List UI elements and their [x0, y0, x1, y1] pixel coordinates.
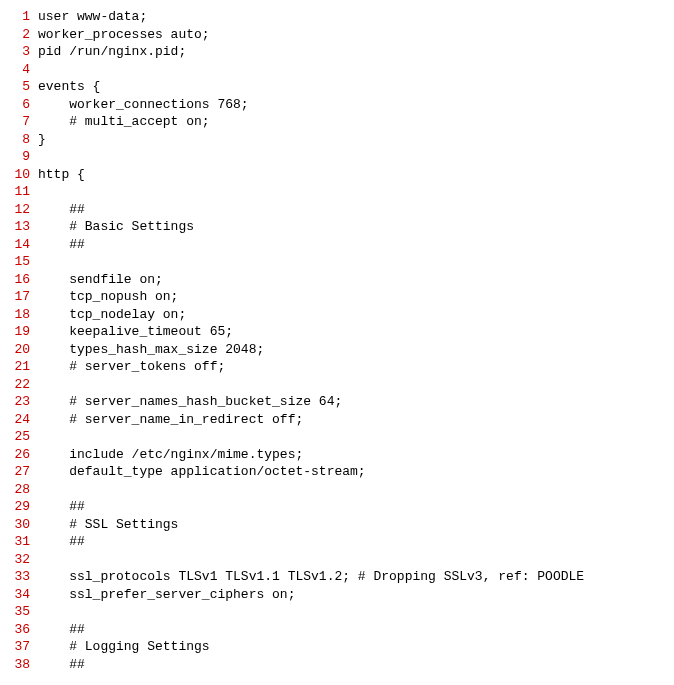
- code-line: 3pid /run/nginx.pid;: [8, 43, 666, 61]
- code-line: 13 # Basic Settings: [8, 218, 666, 236]
- code-line: 17 tcp_nopush on;: [8, 288, 666, 306]
- code-line: 31 ##: [8, 533, 666, 551]
- code-line: 26 include /etc/nginx/mime.types;: [8, 446, 666, 464]
- line-number: 26: [8, 446, 38, 464]
- code-text: }: [38, 131, 666, 149]
- line-number: 33: [8, 568, 38, 586]
- code-line: 30 # SSL Settings: [8, 516, 666, 534]
- code-line: 7 # multi_accept on;: [8, 113, 666, 131]
- code-line: 24 # server_name_in_redirect off;: [8, 411, 666, 429]
- line-number: 5: [8, 78, 38, 96]
- code-text: [38, 376, 666, 394]
- code-text: worker_connections 768;: [38, 96, 666, 114]
- line-number: 34: [8, 586, 38, 604]
- code-text: # server_names_hash_bucket_size 64;: [38, 393, 666, 411]
- code-text: keepalive_timeout 65;: [38, 323, 666, 341]
- line-number: 37: [8, 638, 38, 656]
- code-line: 6 worker_connections 768;: [8, 96, 666, 114]
- code-line: 18 tcp_nodelay on;: [8, 306, 666, 324]
- code-line: 5events {: [8, 78, 666, 96]
- code-text: http {: [38, 166, 666, 184]
- code-line: 34 ssl_prefer_server_ciphers on;: [8, 586, 666, 604]
- line-number: 16: [8, 271, 38, 289]
- code-text: ##: [38, 533, 666, 551]
- code-line: 33 ssl_protocols TLSv1 TLSv1.1 TLSv1.2; …: [8, 568, 666, 586]
- code-text: [38, 253, 666, 271]
- line-number: 28: [8, 481, 38, 499]
- line-number: 9: [8, 148, 38, 166]
- code-text: [38, 428, 666, 446]
- line-number: 32: [8, 551, 38, 569]
- code-line: 22: [8, 376, 666, 394]
- code-text: # Logging Settings: [38, 638, 666, 656]
- line-number: 13: [8, 218, 38, 236]
- line-number: 29: [8, 498, 38, 516]
- code-text: # Basic Settings: [38, 218, 666, 236]
- code-text: tcp_nodelay on;: [38, 306, 666, 324]
- code-line: 36 ##: [8, 621, 666, 639]
- code-text: ##: [38, 201, 666, 219]
- line-number: 31: [8, 533, 38, 551]
- line-number: 18: [8, 306, 38, 324]
- code-text: ##: [38, 236, 666, 254]
- code-text: tcp_nopush on;: [38, 288, 666, 306]
- line-number: 6: [8, 96, 38, 114]
- code-line: 19 keepalive_timeout 65;: [8, 323, 666, 341]
- code-line: 20 types_hash_max_size 2048;: [8, 341, 666, 359]
- code-line: 11: [8, 183, 666, 201]
- code-text: events {: [38, 78, 666, 96]
- code-line: 12 ##: [8, 201, 666, 219]
- code-text: sendfile on;: [38, 271, 666, 289]
- line-number: 20: [8, 341, 38, 359]
- code-text: [38, 61, 666, 79]
- code-line: 35: [8, 603, 666, 621]
- code-listing: 1user www-data;2worker_processes auto;3p…: [8, 8, 666, 673]
- code-text: # multi_accept on;: [38, 113, 666, 131]
- code-line: 23 # server_names_hash_bucket_size 64;: [8, 393, 666, 411]
- code-line: 29 ##: [8, 498, 666, 516]
- code-text: ##: [38, 656, 666, 674]
- line-number: 7: [8, 113, 38, 131]
- code-line: 16 sendfile on;: [8, 271, 666, 289]
- line-number: 21: [8, 358, 38, 376]
- code-text: [38, 183, 666, 201]
- line-number: 14: [8, 236, 38, 254]
- code-text: include /etc/nginx/mime.types;: [38, 446, 666, 464]
- code-line: 25: [8, 428, 666, 446]
- line-number: 22: [8, 376, 38, 394]
- code-line: 2worker_processes auto;: [8, 26, 666, 44]
- line-number: 12: [8, 201, 38, 219]
- code-text: user www-data;: [38, 8, 666, 26]
- code-text: ##: [38, 498, 666, 516]
- code-text: # server_name_in_redirect off;: [38, 411, 666, 429]
- code-text: pid /run/nginx.pid;: [38, 43, 666, 61]
- code-text: # server_tokens off;: [38, 358, 666, 376]
- line-number: 15: [8, 253, 38, 271]
- code-text: [38, 481, 666, 499]
- line-number: 30: [8, 516, 38, 534]
- line-number: 23: [8, 393, 38, 411]
- code-line: 28: [8, 481, 666, 499]
- line-number: 17: [8, 288, 38, 306]
- code-text: ssl_protocols TLSv1 TLSv1.1 TLSv1.2; # D…: [38, 568, 666, 586]
- line-number: 27: [8, 463, 38, 481]
- line-number: 19: [8, 323, 38, 341]
- line-number: 10: [8, 166, 38, 184]
- code-text: types_hash_max_size 2048;: [38, 341, 666, 359]
- code-line: 27 default_type application/octet-stream…: [8, 463, 666, 481]
- line-number: 25: [8, 428, 38, 446]
- code-line: 9: [8, 148, 666, 166]
- code-line: 4: [8, 61, 666, 79]
- code-line: 1user www-data;: [8, 8, 666, 26]
- code-text: [38, 551, 666, 569]
- line-number: 1: [8, 8, 38, 26]
- code-text: worker_processes auto;: [38, 26, 666, 44]
- code-text: ssl_prefer_server_ciphers on;: [38, 586, 666, 604]
- code-text: # SSL Settings: [38, 516, 666, 534]
- code-line: 21 # server_tokens off;: [8, 358, 666, 376]
- code-line: 38 ##: [8, 656, 666, 674]
- code-line: 32: [8, 551, 666, 569]
- line-number: 8: [8, 131, 38, 149]
- code-text: ##: [38, 621, 666, 639]
- code-line: 15: [8, 253, 666, 271]
